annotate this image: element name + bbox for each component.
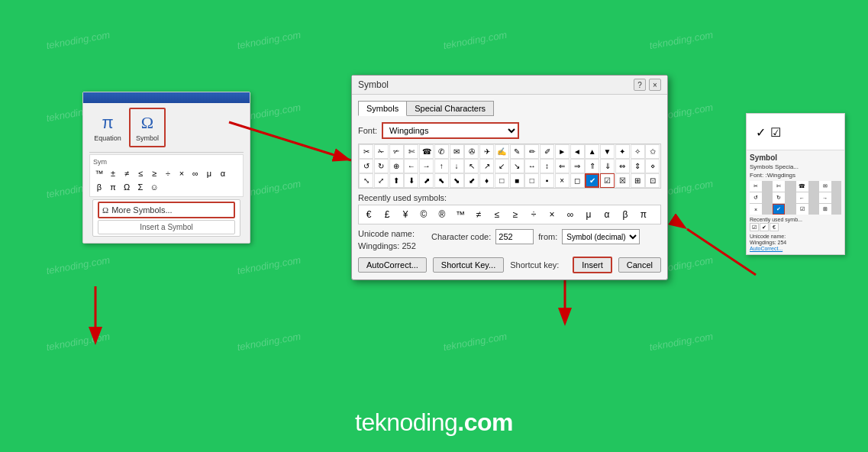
sym-cell[interactable]: ✦ bbox=[615, 144, 630, 159]
sym-cell[interactable]: → bbox=[419, 159, 434, 173]
sym-cell[interactable]: ↓ bbox=[450, 159, 464, 173]
sym-cell[interactable]: ⊞ bbox=[631, 173, 645, 188]
sym-cell[interactable]: ↺ bbox=[359, 159, 373, 173]
recent-sym-beta[interactable]: β bbox=[617, 207, 634, 222]
sym-cell[interactable]: ✍ bbox=[495, 144, 509, 159]
sym-cell[interactable]: ✧ bbox=[631, 144, 645, 159]
sym-cell[interactable]: ✎ bbox=[510, 144, 524, 159]
sym-cell[interactable]: ⇔ bbox=[615, 159, 630, 173]
sym-cell[interactable]: ⊕ bbox=[389, 159, 404, 173]
sym-cell[interactable]: ⬉ bbox=[434, 173, 449, 188]
sym-cell[interactable]: ► bbox=[555, 144, 570, 159]
shortcut-key-button[interactable]: Shortcut Key... bbox=[433, 257, 504, 273]
sym-cell[interactable]: ☑ bbox=[600, 173, 615, 188]
sym-cell[interactable]: ⋄ bbox=[645, 159, 660, 173]
equation-button[interactable]: π Equation bbox=[89, 108, 126, 147]
sym-cell[interactable]: ■ bbox=[510, 173, 524, 188]
font-select[interactable]: Wingdings Arial Times New Roman Webdings… bbox=[382, 122, 519, 139]
recent-sym-div[interactable]: ÷ bbox=[525, 207, 542, 222]
sym-cell[interactable]: ⇑ bbox=[585, 159, 599, 173]
sym-cell[interactable]: ↕ bbox=[540, 159, 554, 173]
sym-beta[interactable]: β bbox=[93, 181, 105, 193]
sym-cell[interactable]: ↔ bbox=[524, 159, 539, 173]
recent-sym-neq[interactable]: ≠ bbox=[470, 207, 487, 222]
recent-sym-tm[interactable]: ™ bbox=[452, 207, 469, 222]
sym-cell[interactable]: ✂ bbox=[359, 144, 373, 159]
recent-sym-times[interactable]: × bbox=[544, 207, 560, 222]
autocorrect-button[interactable]: AutoCorrect... bbox=[358, 257, 427, 273]
sym-cell[interactable]: ↙ bbox=[495, 159, 509, 173]
sym-cell[interactable]: ✁ bbox=[374, 144, 389, 159]
sym-cell[interactable]: ☒ bbox=[615, 173, 630, 188]
recent-sym-pi[interactable]: π bbox=[635, 207, 652, 222]
sym-cell[interactable]: ⬈ bbox=[419, 173, 434, 188]
sym-cell[interactable]: ◄ bbox=[570, 144, 585, 159]
sym-mu[interactable]: μ bbox=[203, 167, 215, 179]
recent-sym-alpha[interactable]: α bbox=[599, 207, 615, 222]
sym-cell[interactable]: ↗ bbox=[479, 159, 494, 173]
sym-cell[interactable]: ⇓ bbox=[600, 159, 615, 173]
sym-cell-selected[interactable]: ✔ bbox=[585, 173, 599, 188]
sym-cell[interactable]: ← bbox=[404, 159, 418, 173]
sym-cell[interactable]: ◻ bbox=[570, 173, 585, 188]
sym-neq[interactable]: ≠ bbox=[121, 167, 133, 179]
sym-cell[interactable]: □ bbox=[495, 173, 509, 188]
sym-cell[interactable]: ✏ bbox=[524, 144, 539, 159]
recent-sym-mu[interactable]: μ bbox=[580, 207, 597, 222]
sym-cell[interactable]: ⊡ bbox=[645, 173, 660, 188]
sym-cell[interactable]: ↖ bbox=[464, 159, 479, 173]
sym-cell[interactable]: ♦ bbox=[479, 173, 494, 188]
sym-cell[interactable]: ✉ bbox=[450, 144, 464, 159]
recent-sym-inf[interactable]: ∞ bbox=[562, 207, 579, 222]
sym-cell[interactable]: ▼ bbox=[600, 144, 615, 159]
insert-symbol-button[interactable]: Insert a Symbol bbox=[98, 220, 235, 234]
sym-cell[interactable]: ⤢ bbox=[374, 173, 389, 188]
sym-cell[interactable]: ⬇ bbox=[404, 173, 418, 188]
sym-cell[interactable]: ☎ bbox=[419, 144, 434, 159]
sym-cell[interactable]: ⬊ bbox=[450, 173, 464, 188]
sym-pi[interactable]: π bbox=[107, 181, 119, 193]
sym-tm[interactable]: ™ bbox=[93, 167, 105, 179]
sym-cell[interactable]: × bbox=[555, 173, 570, 188]
sym-cell[interactable]: ⇐ bbox=[555, 159, 570, 173]
sym-inf[interactable]: ∞ bbox=[189, 167, 202, 179]
sym-le[interactable]: ≤ bbox=[134, 167, 147, 179]
cancel-button[interactable]: Cancel bbox=[618, 257, 661, 273]
sym-omega[interactable]: Ω bbox=[121, 181, 133, 193]
sym-pm[interactable]: ± bbox=[107, 167, 119, 179]
sym-cell[interactable]: ✩ bbox=[645, 144, 660, 159]
sym-cell[interactable]: ▪ bbox=[540, 173, 554, 188]
sym-cell[interactable]: ✆ bbox=[434, 144, 449, 159]
sym-cell[interactable]: ✇ bbox=[464, 144, 479, 159]
sym-cell[interactable]: □ bbox=[524, 173, 539, 188]
sym-cell[interactable]: ⇕ bbox=[631, 159, 645, 173]
tab-symbols[interactable]: Symbols bbox=[358, 101, 407, 116]
sym-cell[interactable]: ⬆ bbox=[389, 173, 404, 188]
insert-button[interactable]: Insert bbox=[573, 257, 612, 273]
sym-cell[interactable]: ✈ bbox=[479, 144, 494, 159]
sym-cell[interactable]: ▲ bbox=[585, 144, 599, 159]
sym-cell[interactable]: ✃ bbox=[389, 144, 404, 159]
recent-sym-le[interactable]: ≤ bbox=[489, 207, 505, 222]
sym-cell[interactable]: ↑ bbox=[434, 159, 449, 173]
recent-sym-yen[interactable]: ¥ bbox=[397, 207, 414, 222]
recent-sym-pound[interactable]: £ bbox=[379, 207, 395, 222]
sym-times[interactable]: × bbox=[176, 167, 188, 179]
sym-cell[interactable]: ✐ bbox=[540, 144, 554, 159]
dialog-close-button[interactable]: × bbox=[649, 79, 661, 91]
panel3-autocorrect[interactable]: AutoCorrect... bbox=[750, 246, 841, 251]
sym-ge[interactable]: ≥ bbox=[148, 167, 160, 179]
sym-cell[interactable]: ↘ bbox=[510, 159, 524, 173]
more-symbols-button[interactable]: Ω More Symbols... bbox=[98, 202, 235, 218]
recent-sym-reg[interactable]: ® bbox=[434, 207, 450, 222]
sym-cell[interactable]: ↻ bbox=[374, 159, 389, 173]
dialog-help-button[interactable]: ? bbox=[634, 79, 646, 91]
sym-div[interactable]: ÷ bbox=[162, 167, 174, 179]
sym-cell[interactable]: ⬋ bbox=[464, 173, 479, 188]
recent-sym-ge[interactable]: ≥ bbox=[507, 207, 524, 222]
tab-special-chars[interactable]: Special Characters bbox=[406, 101, 494, 116]
recent-sym-copy[interactable]: © bbox=[415, 207, 432, 222]
sym-smile[interactable]: ☺ bbox=[148, 181, 160, 193]
sym-cell[interactable]: ✄ bbox=[404, 144, 418, 159]
charcode-input[interactable] bbox=[495, 229, 534, 244]
